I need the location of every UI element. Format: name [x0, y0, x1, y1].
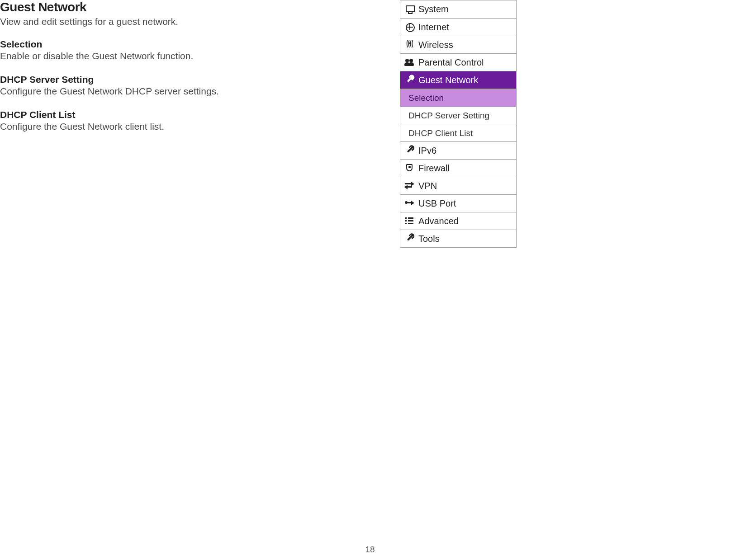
- globe-icon: [403, 22, 417, 32]
- sidebar-item-label: USB Port: [417, 198, 456, 209]
- monitor-icon: [403, 5, 417, 14]
- sidebar-item-label: Guest Network: [417, 75, 478, 85]
- section-title-dhcp-server: DHCP Server Setting: [0, 74, 371, 85]
- wrench-icon: [403, 75, 417, 85]
- sidebar-item-usb-port[interactable]: USB Port: [400, 194, 516, 212]
- users-icon: [403, 57, 417, 67]
- wrench-icon: [403, 234, 417, 244]
- sidebar-sub-selection[interactable]: Selection: [400, 89, 516, 106]
- section-desc-selection: Enable or disable the Guest Network func…: [0, 51, 371, 61]
- section-desc-dhcp-server: Configure the Guest Network DHCP server …: [0, 86, 371, 97]
- sidebar-item-internet[interactable]: Internet: [400, 18, 516, 36]
- sidebar-sub-dhcp-server-setting[interactable]: DHCP Server Setting: [400, 106, 516, 124]
- sidebar-sub-dhcp-client-list[interactable]: DHCP Client List: [400, 124, 516, 141]
- sidebar-item-firewall[interactable]: Firewall: [400, 159, 516, 177]
- sidebar-item-guest-network[interactable]: Guest Network: [400, 71, 516, 89]
- wifi-icon: [403, 40, 417, 50]
- section-title-selection: Selection: [0, 39, 371, 50]
- sidebar-item-wireless[interactable]: Wireless: [400, 36, 516, 53]
- page-number: 18: [0, 545, 740, 555]
- arrows-icon: [403, 181, 417, 191]
- sidebar-item-label: VPN: [417, 181, 437, 191]
- section-desc-dhcp-client: Configure the Guest Network client list.: [0, 121, 371, 132]
- sidebar-item-label: Wireless: [417, 40, 453, 50]
- list-icon: [403, 216, 417, 226]
- sidebar-item-label: System: [417, 4, 449, 14]
- sidebar-item-label: Internet: [417, 22, 449, 33]
- sidebar-item-ipv6[interactable]: IPv6: [400, 141, 516, 159]
- sidebar-item-parental-control[interactable]: Parental Control: [400, 53, 516, 71]
- page-description: View and edit settings for a guest netwo…: [0, 16, 371, 27]
- sidebar-item-advanced[interactable]: Advanced: [400, 212, 516, 230]
- content-column: Guest Network View and edit settings for…: [0, 0, 371, 145]
- sidebar-menu: System Internet Wireless Parental Contro…: [400, 0, 517, 248]
- sidebar-item-label: IPv6: [417, 146, 436, 156]
- sidebar-item-label: Firewall: [417, 163, 450, 174]
- sidebar-item-label: Tools: [417, 234, 440, 244]
- sidebar-item-label: Advanced: [417, 216, 459, 226]
- sidebar-item-vpn[interactable]: VPN: [400, 177, 516, 194]
- sidebar-item-tools[interactable]: Tools: [400, 230, 516, 247]
- section-title-dhcp-client: DHCP Client List: [0, 109, 371, 120]
- wrench-icon: [403, 146, 417, 155]
- sidebar-item-system[interactable]: System: [400, 0, 516, 18]
- shield-icon: [403, 163, 417, 173]
- usb-icon: [403, 198, 417, 208]
- sidebar-item-label: Parental Control: [417, 57, 484, 68]
- page-title: Guest Network: [0, 0, 371, 14]
